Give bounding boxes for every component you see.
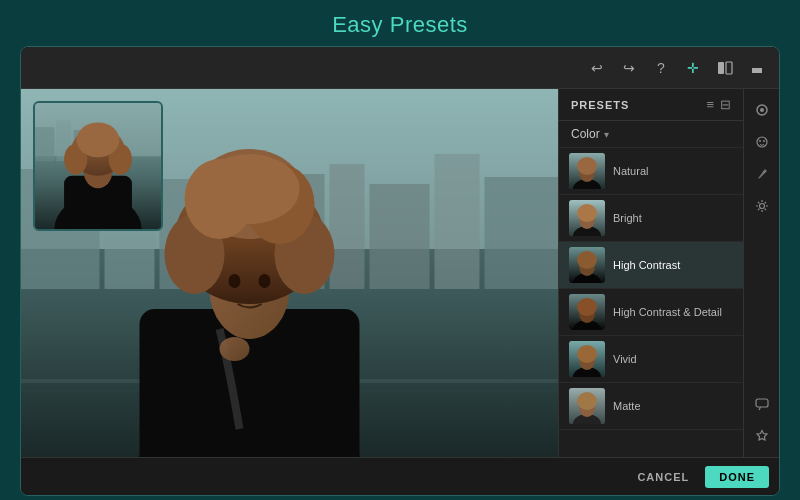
svg-point-29 (200, 154, 300, 224)
svg-point-44 (77, 122, 120, 157)
preset-thumb-vivid (569, 341, 605, 377)
side-icons-panel (743, 89, 779, 457)
svg-point-56 (577, 251, 597, 269)
preset-name-natural: Natural (613, 165, 648, 177)
color-filter-label: Color (571, 127, 600, 141)
color-filter-row[interactable]: Color ▾ (559, 121, 743, 148)
page-title: Easy Presets (332, 0, 468, 46)
preset-item-matte[interactable]: Matte (559, 383, 743, 430)
photo-area (21, 89, 558, 457)
preset-item-vivid[interactable]: Vivid (559, 336, 743, 383)
preset-name-bright: Bright (613, 212, 642, 224)
svg-rect-1 (726, 62, 732, 74)
preset-thumb-matte (569, 388, 605, 424)
compare-icon[interactable] (713, 56, 737, 80)
panel-title: PRESETS (571, 99, 629, 111)
bottom-bar: CANCEL DONE (21, 457, 779, 495)
preset-thumb-natural (569, 153, 605, 189)
top-toolbar: ↩ ↪ ? ✛ (21, 47, 779, 89)
svg-point-48 (577, 157, 597, 175)
svg-rect-0 (718, 62, 724, 74)
svg-point-30 (229, 274, 241, 288)
preset-thumb-high-contrast (569, 247, 605, 283)
preset-item-natural[interactable]: Natural (559, 148, 743, 195)
info-icon[interactable]: ? (649, 56, 673, 80)
preset-item-high-contrast-detail[interactable]: High Contrast & Detail (559, 289, 743, 336)
svg-point-73 (763, 140, 765, 142)
undo-icon[interactable]: ↩ (585, 56, 609, 80)
menu-icon[interactable]: ≡ (706, 97, 714, 112)
add-icon[interactable]: ✛ (681, 56, 705, 80)
comment-icon[interactable] (749, 391, 775, 417)
svg-point-64 (577, 345, 597, 363)
circle-tool-icon[interactable] (749, 97, 775, 123)
share-icon[interactable] (745, 56, 769, 80)
svg-rect-35 (35, 127, 54, 161)
svg-point-52 (577, 204, 597, 222)
svg-point-32 (220, 337, 250, 361)
face-detect-icon[interactable] (749, 129, 775, 155)
svg-point-70 (760, 108, 764, 112)
svg-point-31 (259, 274, 271, 288)
presets-list: Natural (559, 148, 743, 457)
svg-rect-10 (370, 184, 430, 289)
star-icon[interactable] (749, 423, 775, 449)
preset-item-bright[interactable]: Bright (559, 195, 743, 242)
svg-rect-76 (756, 399, 768, 407)
adjust-icon[interactable]: ⊟ (720, 97, 731, 112)
svg-point-68 (577, 392, 597, 410)
done-button[interactable]: DONE (705, 466, 769, 488)
cancel-button[interactable]: CANCEL (629, 467, 697, 487)
preset-name-matte: Matte (613, 400, 641, 412)
thumbnail-preview (33, 101, 163, 231)
svg-rect-12 (485, 177, 559, 289)
svg-rect-9 (330, 164, 365, 289)
preset-name-high-contrast: High Contrast (613, 259, 680, 271)
main-content: PRESETS ≡ ⊟ Color ▾ (21, 89, 779, 457)
svg-point-60 (577, 298, 597, 316)
preset-item-high-contrast[interactable]: High Contrast (559, 242, 743, 289)
svg-point-75 (759, 204, 764, 209)
app-container: ↩ ↪ ? ✛ (20, 46, 780, 496)
settings-gear-icon[interactable] (749, 193, 775, 219)
preset-name-high-contrast-detail: High Contrast & Detail (613, 306, 722, 318)
preset-thumb-high-contrast-detail (569, 294, 605, 330)
preset-name-vivid: Vivid (613, 353, 637, 365)
redo-icon[interactable]: ↪ (617, 56, 641, 80)
preset-thumb-bright (569, 200, 605, 236)
brush-icon[interactable] (749, 161, 775, 187)
svg-point-72 (759, 140, 761, 142)
chevron-down-icon: ▾ (604, 129, 609, 140)
panel-header: PRESETS ≡ ⊟ (559, 89, 743, 121)
presets-panel: PRESETS ≡ ⊟ Color ▾ (558, 89, 743, 457)
svg-rect-11 (435, 154, 480, 289)
